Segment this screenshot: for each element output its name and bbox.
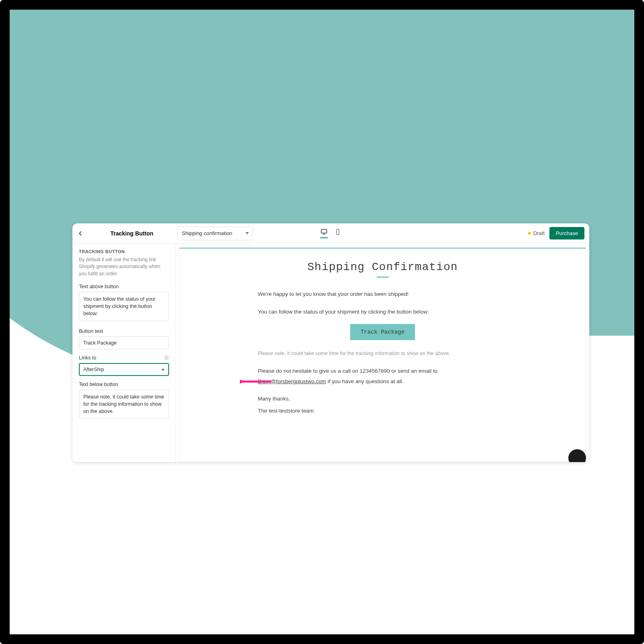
divider (377, 277, 389, 278)
email-note: Please note, it could take some time for… (258, 349, 508, 359)
email-preview: Shipping Confirmation We're happy to let… (179, 248, 586, 462)
text-below-label: Text below button (79, 382, 169, 387)
template-select-value: Shipping confirmation (182, 230, 232, 236)
email-text: Please do not hesitate to give us a call… (258, 368, 438, 374)
template-select[interactable]: Shipping confirmation (178, 227, 253, 240)
track-package-button[interactable]: Track Package (350, 324, 415, 340)
svg-rect-0 (321, 229, 327, 233)
button-text-input[interactable] (79, 336, 169, 349)
email-signoff: Many thanks, (258, 394, 508, 404)
email-team: The test-teststore team (258, 406, 508, 416)
caret-up-icon (161, 368, 165, 370)
links-to-value: AfterShip (83, 367, 104, 372)
status-text: Draft (533, 230, 545, 236)
mobile-view-button[interactable] (334, 228, 342, 238)
text-above-input[interactable]: You can follow the status of your shipme… (79, 292, 169, 321)
app-window: Tracking Button Shipping confirmation Dr… (72, 223, 589, 462)
text-above-label: Text above button (79, 284, 169, 289)
status-badge: Draft (528, 230, 545, 236)
contact-email-link[interactable]: Bjorn@forsbergplustwo.com (258, 378, 326, 384)
links-to-select[interactable]: AfterShip (79, 363, 169, 376)
section-heading: TRACKING BUTTON (79, 249, 169, 254)
settings-sidebar: TRACKING BUTTON By default it will use t… (72, 244, 176, 462)
desktop-icon (320, 228, 328, 235)
status-dot-icon (528, 232, 531, 235)
button-text-label: Button text (79, 328, 169, 334)
globe-icon (164, 355, 169, 360)
viewport-toggle (320, 228, 342, 238)
section-description: By default it will use the tracking link… (79, 256, 169, 277)
back-button[interactable] (72, 223, 89, 244)
text-below-input[interactable]: Please note, it could take some time for… (79, 390, 169, 419)
links-to-label: Links to (79, 355, 96, 361)
caret-down-icon (246, 232, 249, 234)
email-paragraph: You can follow the status of your shipme… (258, 307, 508, 317)
email-heading: Shipping Confirmation (258, 261, 508, 273)
panel-title: Tracking Button (89, 230, 175, 237)
email-paragraph: We're happy to let you know that your or… (258, 289, 508, 299)
purchase-button[interactable]: Purchase (549, 227, 584, 239)
mobile-icon (334, 228, 341, 235)
chevron-left-icon (78, 231, 83, 236)
topbar: Tracking Button Shipping confirmation Dr… (72, 223, 589, 244)
preview-pane: Shipping Confirmation We're happy to let… (176, 244, 589, 462)
email-text: if you have any questions at all. (326, 378, 403, 384)
svg-rect-1 (336, 229, 339, 235)
desktop-view-button[interactable] (320, 228, 328, 238)
email-paragraph: Please do not hesitate to give us a call… (258, 366, 508, 386)
